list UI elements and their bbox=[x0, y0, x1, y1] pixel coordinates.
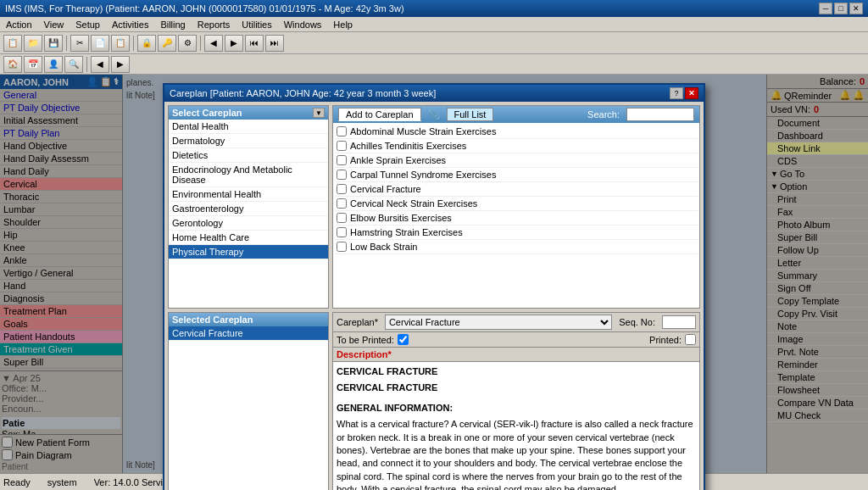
toolbar-btn-9[interactable]: ⚙ bbox=[178, 35, 197, 52]
select-careplan-title: Select Careplan bbox=[172, 108, 242, 118]
exercise-hamstring-check[interactable] bbox=[337, 227, 347, 237]
exercise-achilles: Achilles Tendinitis Exercises bbox=[335, 139, 698, 153]
exercise-carpal-check[interactable] bbox=[337, 170, 347, 180]
minimize-button[interactable]: ─ bbox=[819, 3, 832, 14]
menu-action[interactable]: Action bbox=[3, 19, 35, 31]
toolbar-btn-6[interactable]: 📋 bbox=[111, 35, 130, 52]
desc-title2: CERVICAL FRACTURE bbox=[337, 381, 696, 394]
exercise-elbow-label: Elbow Bursitis Exercises bbox=[350, 213, 452, 223]
description-panel: Careplan* Cervical Fracture Seq. No: To … bbox=[332, 312, 700, 490]
desc-para1: What is a cervical fracture? A cervical … bbox=[337, 418, 696, 490]
menu-setup[interactable]: Setup bbox=[73, 19, 103, 31]
exercise-ankle: Ankle Sprain Exercises bbox=[335, 153, 698, 168]
toolbar-sep-2 bbox=[133, 36, 134, 51]
menu-activities[interactable]: Activities bbox=[109, 19, 151, 31]
toolbar2-btn-5[interactable]: ◀ bbox=[91, 56, 109, 73]
modal-careplan: Careplan [Patient: AARON, JOHN Age: 42 y… bbox=[163, 83, 705, 490]
exercise-elbow: Elbow Bursitis Exercises bbox=[335, 211, 698, 226]
toolbar2-btn-3[interactable]: 👤 bbox=[44, 56, 63, 73]
to-be-printed-checkbox[interactable] bbox=[398, 334, 409, 345]
exercise-low-back: Low Back Strain bbox=[335, 240, 698, 254]
description-content: CERVICAL FRACTURE CERVICAL FRACTURE GENE… bbox=[333, 362, 699, 490]
maximize-button[interactable]: □ bbox=[834, 3, 848, 14]
add-to-careplan-tab[interactable]: Add to Careplan bbox=[338, 108, 421, 121]
exercises-panel: Add to Careplan 📎 Full List Search: Abdo… bbox=[332, 105, 700, 309]
selected-careplan-list[interactable]: Cervical Fracture bbox=[169, 326, 328, 490]
exercise-cervical-neck-label: Cervical Neck Strain Exercises bbox=[350, 198, 477, 209]
modal-body: Select Careplan ▼ Dental Health Dermatol… bbox=[164, 102, 704, 490]
menu-utilities[interactable]: Utilities bbox=[239, 19, 274, 31]
toolbar-btn-10[interactable]: ◀ bbox=[204, 35, 223, 52]
exercise-abdominal-label: Abdominal Muscle Strain Exercises bbox=[350, 126, 496, 136]
toolbar-btn-3[interactable]: 💾 bbox=[44, 35, 63, 52]
close-button[interactable]: ✕ bbox=[849, 3, 863, 14]
exercises-header: Add to Careplan 📎 Full List Search: bbox=[333, 106, 699, 123]
careplan-item-env[interactable]: Environmental Health bbox=[169, 187, 328, 202]
exercise-ankle-label: Ankle Sprain Exercises bbox=[350, 155, 446, 165]
toolbar: 📋 📁 💾 ✂ 📄 📋 🔒 🔑 ⚙ ◀ ▶ ⏮ ⏭ bbox=[0, 32, 868, 54]
exercise-cervical-neck-check[interactable] bbox=[337, 198, 347, 209]
toolbar2-btn-4[interactable]: 🔍 bbox=[64, 56, 83, 73]
modal-help-button[interactable]: ? bbox=[670, 87, 683, 99]
careplan-item-home[interactable]: Home Health Care bbox=[169, 231, 328, 245]
exercise-elbow-check[interactable] bbox=[337, 213, 347, 223]
toolbar-btn-11[interactable]: ▶ bbox=[225, 35, 243, 52]
select-careplan-scroll-btn[interactable]: ▼ bbox=[313, 108, 325, 118]
exercise-abdominal: Abdominal Muscle Strain Exercises bbox=[335, 125, 698, 139]
title-bar: IMS (IMS, For Therapy) (Patient: AARON, … bbox=[0, 0, 868, 17]
attach-icon: 📎 bbox=[428, 109, 440, 120]
toolbar2-sep-1 bbox=[86, 57, 87, 72]
main-area: AARON, JOHN 👤 📋 ⚕ General PT Daily Objec… bbox=[0, 75, 868, 473]
exercises-list: Abdominal Muscle Strain Exercises Achill… bbox=[333, 123, 699, 308]
toolbar-btn-7[interactable]: 🔒 bbox=[137, 35, 156, 52]
toolbar-sep-3 bbox=[200, 36, 201, 51]
careplan-list[interactable]: Dental Health Dermatology Dietetics Endo… bbox=[169, 120, 328, 308]
printed-checkbox[interactable] bbox=[685, 334, 696, 345]
toolbar-btn-1[interactable]: 📋 bbox=[3, 35, 22, 52]
exercise-abdominal-check[interactable] bbox=[337, 126, 347, 136]
toolbar-btn-5[interactable]: 📄 bbox=[91, 35, 109, 52]
full-list-tab[interactable]: Full List bbox=[447, 108, 494, 121]
menu-windows[interactable]: Windows bbox=[281, 19, 325, 31]
menu-view[interactable]: View bbox=[42, 19, 67, 31]
menu-billing[interactable]: Billing bbox=[158, 19, 187, 31]
exercise-achilles-check[interactable] bbox=[337, 141, 347, 151]
menu-help[interactable]: Help bbox=[331, 19, 355, 31]
toolbar-btn-2[interactable]: 📁 bbox=[24, 35, 42, 52]
careplan-item-derm[interactable]: Dermatology bbox=[169, 134, 328, 148]
careplan-item-geron[interactable]: Gerontology bbox=[169, 216, 328, 231]
toolbar2-btn-2[interactable]: 📅 bbox=[24, 56, 42, 73]
title-text: IMS (IMS, For Therapy) (Patient: AARON, … bbox=[5, 3, 404, 14]
seq-no-label: Seq. No: bbox=[619, 317, 655, 327]
menu-bar: Action View Setup Activities Billing Rep… bbox=[0, 17, 868, 32]
toolbar2-btn-6[interactable]: ▶ bbox=[111, 56, 130, 73]
status-ready: Ready bbox=[3, 477, 31, 487]
exercise-ankle-check[interactable] bbox=[337, 155, 347, 165]
modal-close-button[interactable]: ✕ bbox=[685, 87, 698, 99]
seq-no-input[interactable] bbox=[662, 315, 696, 329]
careplan-item-diet[interactable]: Dietetics bbox=[169, 148, 328, 163]
exercise-carpal-label: Carpal Tunnel Syndrome Exercises bbox=[350, 170, 496, 180]
toolbar-btn-12[interactable]: ⏮ bbox=[245, 35, 264, 52]
careplan-item-endo[interactable]: Endocrinology And Metabolic Disease bbox=[169, 163, 328, 187]
exercise-cervical-fracture-label: Cervical Fracture bbox=[350, 184, 421, 194]
status-system: system bbox=[47, 477, 77, 487]
toolbar2-btn-1[interactable]: 🏠 bbox=[3, 56, 22, 73]
modal-top-section: Select Careplan ▼ Dental Health Dermatol… bbox=[168, 105, 700, 309]
desc-title1: CERVICAL FRACTURE bbox=[337, 365, 696, 378]
selected-careplan-header: Selected Careplan bbox=[169, 313, 328, 326]
exercise-low-back-check[interactable] bbox=[337, 242, 347, 252]
careplan-item-dental[interactable]: Dental Health bbox=[169, 120, 328, 134]
careplan-dropdown[interactable]: Cervical Fracture bbox=[385, 315, 612, 330]
search-input[interactable] bbox=[626, 108, 694, 121]
exercise-cervical-fracture: Cervical Fracture bbox=[335, 182, 698, 197]
toolbar-btn-13[interactable]: ⏭ bbox=[265, 35, 284, 52]
description-label: Description* bbox=[333, 348, 699, 362]
toolbar-btn-8[interactable]: 🔑 bbox=[158, 35, 176, 52]
careplan-item-physical[interactable]: Physical Therapy bbox=[169, 245, 328, 259]
selected-item-cervical[interactable]: Cervical Fracture bbox=[169, 326, 328, 341]
careplan-item-gastro[interactable]: Gastroenterology bbox=[169, 202, 328, 216]
exercise-cervical-fracture-check[interactable] bbox=[337, 184, 347, 194]
toolbar-btn-4[interactable]: ✂ bbox=[70, 35, 89, 52]
menu-reports[interactable]: Reports bbox=[195, 19, 233, 31]
